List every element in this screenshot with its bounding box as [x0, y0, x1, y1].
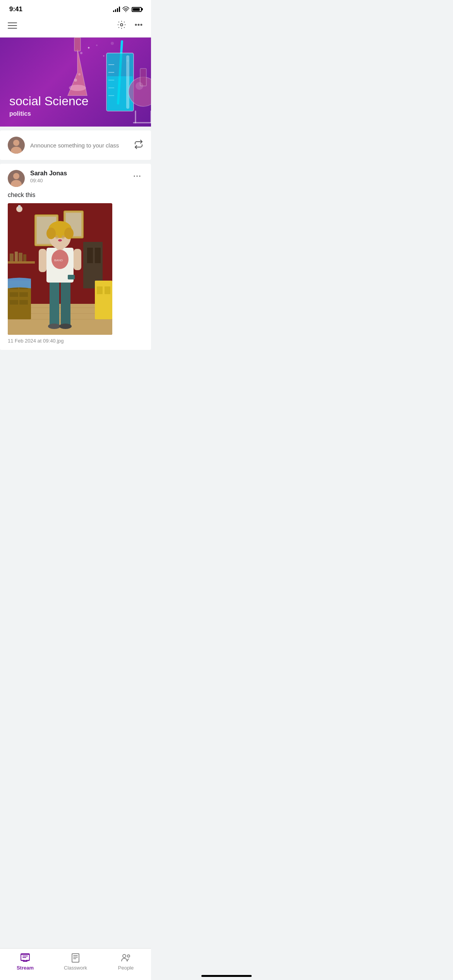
class-subtitle: politics: [9, 110, 89, 117]
svg-point-76: [62, 235, 65, 239]
svg-point-79: [59, 324, 72, 329]
svg-point-73: [46, 228, 56, 239]
svg-point-4: [141, 24, 142, 26]
svg-point-2: [136, 24, 137, 26]
svg-rect-63: [61, 279, 70, 325]
svg-point-75: [55, 235, 58, 239]
svg-text:✦: ✦: [103, 55, 105, 57]
class-title: social Science: [9, 94, 89, 108]
post-card: Sarah Jonas 09:40 check this: [0, 164, 151, 350]
settings-button[interactable]: [117, 20, 126, 31]
svg-rect-57: [8, 261, 35, 264]
post-header: Sarah Jonas 09:40: [0, 164, 151, 190]
post-author-name: Sarah Jonas: [30, 170, 125, 177]
svg-point-12: [78, 73, 81, 75]
svg-point-5: [80, 52, 82, 54]
status-time: 9:41: [9, 5, 22, 13]
svg-point-77: [58, 239, 62, 242]
announce-placeholder[interactable]: Announce something to your class: [30, 142, 129, 149]
svg-rect-41: [10, 292, 18, 297]
post-caption: 11 Feb 2024 at 09:40.jpg: [0, 335, 151, 350]
signal-icon: [113, 7, 120, 12]
svg-rect-61: [23, 254, 26, 261]
svg-point-30: [134, 176, 135, 177]
menu-button[interactable]: [8, 22, 17, 29]
more-button[interactable]: [134, 20, 143, 31]
main-content: Announce something to your class Sarah J…: [0, 130, 151, 392]
svg-rect-60: [19, 253, 22, 261]
hero-banner: ✦ ✦ social Science politics: [0, 38, 151, 127]
status-bar: 9:41: [0, 0, 151, 17]
announce-bar[interactable]: Announce something to your class: [0, 130, 151, 160]
svg-rect-43: [10, 300, 18, 305]
svg-point-31: [137, 176, 138, 177]
svg-point-27: [136, 82, 143, 90]
wifi-icon: [122, 7, 129, 12]
svg-point-74: [64, 228, 74, 239]
status-icons: [113, 7, 142, 12]
post-image[interactable]: BAND: [8, 203, 112, 335]
repeat-icon[interactable]: [134, 140, 143, 151]
post-more-button[interactable]: [131, 170, 143, 184]
svg-rect-51: [95, 248, 101, 263]
battery-icon: [132, 7, 142, 12]
svg-point-8: [111, 42, 114, 45]
post-time: 09:40: [30, 178, 125, 183]
svg-point-78: [48, 324, 60, 329]
svg-point-11: [74, 79, 77, 82]
svg-point-1: [120, 24, 123, 26]
svg-rect-59: [15, 252, 18, 261]
svg-point-3: [138, 24, 139, 26]
hero-text: social Science politics: [9, 94, 89, 117]
nav-actions: [117, 20, 143, 31]
user-avatar: [8, 137, 25, 154]
svg-text:✦: ✦: [87, 46, 90, 50]
svg-point-32: [139, 176, 141, 177]
svg-rect-54: [105, 286, 110, 294]
post-image-container: BAND: [8, 203, 143, 335]
svg-point-6: [96, 45, 98, 46]
svg-point-10: [69, 85, 86, 91]
svg-rect-67: [39, 249, 46, 272]
svg-text:BAND: BAND: [54, 259, 63, 262]
svg-point-0: [125, 11, 126, 12]
svg-rect-42: [19, 292, 28, 297]
post-author-avatar: [8, 170, 25, 187]
svg-rect-69: [68, 275, 75, 279]
svg-rect-44: [19, 300, 28, 305]
svg-rect-50: [87, 248, 93, 263]
top-nav: [0, 17, 151, 38]
post-meta: Sarah Jonas 09:40: [30, 170, 125, 183]
svg-rect-68: [74, 249, 81, 270]
svg-rect-56: [18, 205, 21, 208]
svg-rect-9: [74, 38, 81, 51]
svg-rect-62: [50, 279, 59, 325]
svg-rect-58: [10, 254, 14, 261]
post-body-text: check this: [0, 190, 151, 203]
svg-rect-53: [97, 286, 103, 294]
